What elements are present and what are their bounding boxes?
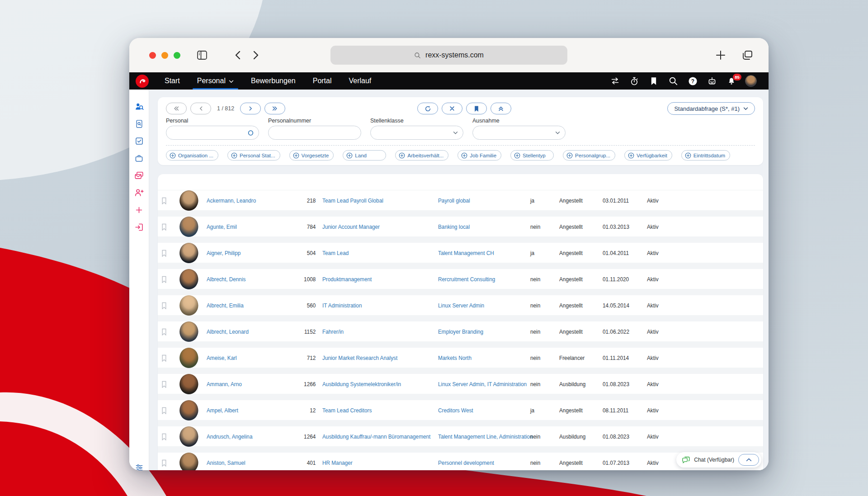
row-bookmark-icon[interactable]	[161, 250, 167, 257]
nav-item[interactable]: Bewerbungen	[242, 72, 304, 90]
organisation-link[interactable]: Rercruitment Consulting	[438, 276, 495, 283]
close-button[interactable]	[149, 52, 156, 59]
organisation-link[interactable]: Banking local	[438, 223, 470, 230]
row-bookmark-icon[interactable]	[161, 276, 167, 283]
document-search-icon[interactable]	[134, 118, 145, 129]
assistant-robot-icon[interactable]	[705, 74, 719, 88]
add-filter-chip[interactable]: Stellentyp	[510, 150, 554, 161]
add-filter-chip[interactable]: Job Familie	[458, 150, 501, 161]
row-bookmark-icon[interactable]	[161, 302, 167, 309]
avatar[interactable]	[179, 348, 198, 368]
nav-item[interactable]: Verlauf	[340, 72, 380, 90]
person-link[interactable]: Ammann, Arno	[207, 381, 242, 387]
organisation-link[interactable]: Talent Management Line, Administration	[438, 433, 533, 440]
field-input[interactable]	[166, 126, 259, 140]
nav-item[interactable]: Portal	[304, 72, 340, 90]
stelle-link[interactable]: Junior Market Research Analyst	[322, 354, 397, 361]
add-filter-chip[interactable]: Personalgrup...	[563, 150, 615, 161]
avatar[interactable]	[179, 400, 198, 420]
organisation-link[interactable]: Talent Management CH	[438, 250, 494, 256]
minimize-button[interactable]	[161, 52, 168, 59]
person-link[interactable]: Agunte, Emil	[207, 223, 237, 230]
person-search-icon[interactable]	[134, 101, 145, 112]
table-row[interactable]: Albrecht, Dennis 1008 Produktmanagement …	[158, 269, 763, 295]
add-filter-chip[interactable]: Vorgesetzte	[289, 150, 334, 161]
plus-icon[interactable]	[134, 204, 145, 215]
row-bookmark-icon[interactable]	[161, 223, 167, 231]
person-link[interactable]: Albrecht, Emilia	[207, 302, 244, 309]
first-page-button[interactable]	[166, 103, 187, 114]
table-row[interactable]: Ammann, Arno 1266 Ausbildung Systemelekt…	[158, 374, 763, 400]
add-filter-chip[interactable]: Organisation ...	[166, 150, 218, 161]
organisation-link[interactable]: Linux Server Admin	[438, 302, 484, 309]
new-tab-icon[interactable]	[715, 50, 726, 61]
table-row[interactable]: Ackermann, Leandro 218 Team Lead Payroll…	[158, 190, 763, 217]
add-filter-chip[interactable]: Arbeitsverhält...	[395, 150, 448, 161]
sidebar-toggle-icon[interactable]	[197, 50, 208, 60]
back-icon[interactable]	[234, 50, 242, 61]
search-icon[interactable]	[666, 74, 680, 88]
checkbox-icon[interactable]	[134, 136, 145, 146]
add-filter-chip[interactable]: Eintrittsdatum	[681, 150, 730, 161]
stelle-link[interactable]: Team Lead Payroll Global	[322, 197, 383, 204]
user-avatar[interactable]	[744, 74, 758, 88]
bell-icon[interactable]: 85	[725, 74, 738, 88]
settings-icon[interactable]	[134, 462, 145, 470]
stelle-link[interactable]: HR Manager	[322, 459, 353, 466]
chat-expand-button[interactable]	[738, 454, 759, 466]
avatar[interactable]	[179, 295, 198, 316]
table-row[interactable]: Andrusch, Angelina 1264 Ausbildung Kauff…	[158, 426, 763, 453]
table-row[interactable]: Albrecht, Leonard 1152 Fahrer/in Employe…	[158, 321, 763, 348]
prev-page-button[interactable]	[190, 103, 211, 114]
field-input[interactable]	[370, 126, 463, 140]
mail-stack-icon[interactable]	[134, 170, 145, 181]
transfer-icon[interactable]	[608, 74, 622, 88]
stelle-link[interactable]: Fahrer/in	[322, 328, 344, 335]
avatar[interactable]	[179, 243, 198, 263]
stelle-link[interactable]: Produktmanagement	[322, 276, 372, 283]
row-bookmark-icon[interactable]	[161, 433, 167, 440]
zoom-button[interactable]	[174, 52, 180, 59]
bookmark-icon[interactable]	[647, 74, 660, 88]
row-bookmark-icon[interactable]	[161, 197, 167, 204]
import-icon[interactable]	[134, 222, 145, 232]
nav-item[interactable]: Start	[156, 72, 189, 90]
next-page-button[interactable]	[240, 103, 261, 114]
table-row[interactable]: Ameise, Karl 712 Junior Market Research …	[158, 348, 763, 374]
nav-item[interactable]: Personal	[189, 72, 242, 90]
add-filter-chip[interactable]: Land	[343, 150, 386, 161]
person-link[interactable]: Aniston, Samuel	[207, 459, 245, 466]
person-link[interactable]: Ampel, Albert	[207, 407, 238, 414]
help-icon[interactable]: ?	[686, 74, 699, 88]
person-link[interactable]: Albrecht, Leonard	[207, 328, 249, 335]
person-link[interactable]: Ackermann, Leandro	[207, 197, 256, 204]
person-link[interactable]: Aigner, Philipp	[207, 250, 241, 256]
row-bookmark-icon[interactable]	[161, 381, 167, 388]
avatar[interactable]	[179, 453, 198, 470]
rexx-logo[interactable]	[136, 75, 149, 88]
stelle-link[interactable]: Team Lead	[322, 250, 349, 256]
refresh-icon[interactable]	[417, 103, 438, 114]
avatar[interactable]	[179, 269, 198, 289]
stelle-link[interactable]: IT Administration	[322, 302, 362, 309]
stelle-link[interactable]: Team Lead Creditors	[322, 407, 372, 414]
add-filter-chip[interactable]: Verfügbarkeit	[624, 150, 672, 161]
avatar[interactable]	[179, 190, 198, 211]
organisation-link[interactable]: Markets North	[438, 354, 472, 361]
field-input[interactable]	[472, 126, 566, 140]
field-input[interactable]	[268, 126, 361, 140]
address-bar[interactable]: rexx-systems.com	[330, 46, 567, 65]
stopwatch-icon[interactable]	[627, 74, 641, 88]
person-link[interactable]: Albrecht, Dennis	[207, 276, 245, 283]
organisation-link[interactable]: Payroll global	[438, 197, 470, 204]
person-link[interactable]: Ameise, Karl	[207, 354, 237, 361]
person-add-icon[interactable]	[134, 187, 145, 198]
chat-widget[interactable]: Chat (Verfügbar)	[676, 452, 761, 468]
row-bookmark-icon[interactable]	[161, 459, 167, 467]
forward-icon[interactable]	[252, 50, 260, 61]
organisation-link[interactable]: Employer Branding	[438, 328, 483, 335]
person-link[interactable]: Andrusch, Angelina	[207, 433, 252, 440]
stelle-link[interactable]: Ausbildung Systemelektroniker/in	[322, 381, 401, 387]
table-row[interactable]: Ampel, Albert 12 Team Lead Creditors Cre…	[158, 400, 763, 426]
avatar[interactable]	[179, 374, 198, 394]
